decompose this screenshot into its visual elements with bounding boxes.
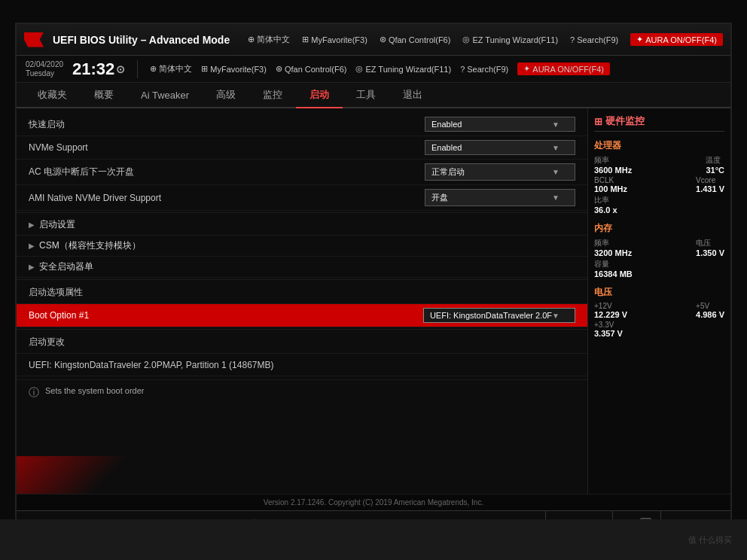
hw-voltage-title: 电压: [594, 286, 724, 299]
chinese-icon: ⊕: [248, 35, 255, 44]
clock-icon: ⊙: [116, 63, 125, 75]
below-screen: 值 什么得买: [0, 519, 747, 560]
boot-option-1-dropdown[interactable]: UEFI: KingstonDataTraveler 2.0F ▼: [423, 308, 575, 323]
vcore-label: Vcore: [696, 176, 724, 184]
info-box: ⓘ Sets the system boot order: [17, 379, 587, 406]
dropdown-arrow-icon3: ▼: [552, 168, 559, 176]
v33-value: 3.357 V: [594, 329, 623, 338]
bios-title: UEFI BIOS Utility – Advanced Mode: [53, 34, 239, 46]
info-icon: ⓘ: [29, 386, 39, 400]
divider2: [17, 279, 587, 280]
tab-favorites[interactable]: 收藏夹: [24, 83, 81, 108]
setting-uefi-device: UEFI: KingstonDataTraveler 2.0PMAP, Part…: [17, 354, 587, 376]
tab-advanced[interactable]: 高级: [203, 83, 249, 108]
main-content: 快速启动 Enabled ▼ NVMe Support Enabled ▼: [17, 108, 730, 494]
setting-quick-boot[interactable]: 快速启动 Enabled ▼: [17, 113, 587, 136]
setting-ami-nvme[interactable]: AMI Native NVMe Driver Support 开盘 ▼: [17, 185, 587, 211]
aura-nav-icon: ✦: [523, 64, 530, 74]
v12-label: +12V: [594, 302, 627, 310]
hw-proc-row1: 频率 3600 MHz 温度 31°C: [594, 155, 724, 175]
dropdown-arrow-icon2: ▼: [552, 144, 559, 152]
qfan-control-btn[interactable]: ⊛ Qfan Control(F6): [380, 35, 451, 44]
qfan-nav-icon: ⊛: [276, 64, 282, 74]
ac-power-label: AC 电源中断后下一次开盘: [29, 166, 425, 178]
section-secure-boot[interactable]: ▶ 安全启动器单: [17, 257, 587, 278]
section-csm-label: CSM（模容性支持模块）: [39, 239, 141, 252]
ac-power-value[interactable]: 正常启动 ▼: [425, 163, 575, 181]
hw-monitor-icon: ⊞: [594, 116, 602, 127]
mem-freq-value: 3200 MHz: [594, 248, 632, 257]
tuning-icon: ◎: [462, 35, 470, 44]
ac-power-dropdown[interactable]: 正常启动 ▼: [425, 163, 575, 181]
nvme-value[interactable]: Enabled ▼: [425, 140, 575, 155]
version-text: Version 2.17.1246. Copyright (C) 2019 Am…: [264, 498, 483, 507]
setting-boot-change: 启动更改: [17, 331, 587, 354]
ami-nvme-dropdown[interactable]: 开盘 ▼: [425, 189, 575, 206]
tab-ai-tweaker[interactable]: Ai Tweaker: [127, 83, 203, 108]
quick-boot-label: 快速启动: [29, 118, 425, 131]
section-boot-settings[interactable]: ▶ 启动设置: [17, 215, 587, 236]
ami-nvme-label: AMI Native NVMe Driver Support: [29, 193, 425, 203]
divider3: [17, 329, 587, 330]
hw-volt-row1: +12V 12.229 V +5V 4.986 V: [594, 302, 724, 319]
v5-label: +5V: [696, 302, 724, 310]
setting-boot-option-attr: 启动选项属性: [17, 282, 587, 304]
expand-icon3: ▶: [29, 263, 35, 271]
quick-boot-dropdown[interactable]: Enabled ▼: [425, 117, 575, 132]
search-nav[interactable]: ? Search(F9): [460, 65, 508, 74]
aura-nav[interactable]: ✦ AURA ON/OFF(F4): [517, 62, 610, 75]
nav-tabs: 收藏夹 概要 Ai Tweaker 高级 监控 启动 工具 退出: [17, 83, 730, 108]
separator: [137, 60, 138, 78]
ez-tuning-nav[interactable]: ◎ EZ Tuning Wizard(F11): [355, 64, 451, 74]
simplified-chinese-btn[interactable]: ⊕ 简体中文: [248, 34, 290, 45]
datetime-bar: 02/04/2020 Tuesday 21:32 ⊙ ⊕ 简体中文 ⊞ MyFa…: [17, 56, 730, 83]
dropdown-arrow-icon: ▼: [552, 120, 559, 129]
setting-nvme-support[interactable]: NVMe Support Enabled ▼: [17, 136, 587, 160]
quick-boot-value[interactable]: Enabled ▼: [425, 117, 575, 132]
tab-overview[interactable]: 概要: [81, 83, 127, 108]
proc-freq-label: 频率: [594, 155, 632, 166]
watermark-text: 值 什么得买: [688, 534, 732, 546]
aura-btn[interactable]: ✦ AURA ON/OFF(F4): [630, 33, 723, 46]
tab-exit[interactable]: 退出: [389, 83, 436, 108]
hw-volt-row2: +3.3V 3.357 V: [594, 321, 724, 338]
hw-processor-section: 处理器 频率 3600 MHz 温度 31°C BCLK 100 MHz: [594, 139, 724, 215]
bclk-label: BCLK: [594, 176, 627, 184]
bios-screen: UEFI BIOS Utility – Advanced Mode ⊕ 简体中文…: [15, 23, 732, 519]
proc-temp-label: 温度: [706, 155, 724, 166]
mem-cap-value: 16384 MB: [594, 269, 633, 278]
setting-boot-option-1[interactable]: Boot Option #1 UEFI: KingstonDataTravele…: [17, 304, 587, 327]
tab-monitor[interactable]: 监控: [249, 83, 296, 108]
ami-nvme-value[interactable]: 开盘 ▼: [425, 189, 575, 206]
nvme-dropdown[interactable]: Enabled ▼: [425, 140, 575, 155]
aura-icon: ✦: [636, 35, 643, 44]
date-display: 02/04/2020 Tuesday: [26, 60, 63, 78]
hw-monitor-title: ⊞ 硬件监控: [594, 114, 724, 132]
boot-option-1-value[interactable]: UEFI: KingstonDataTraveler 2.0F ▼: [423, 308, 575, 323]
myfav-nav-icon: ⊞: [201, 64, 208, 74]
dropdown-arrow-icon5: ▼: [552, 312, 559, 320]
ez-tuning-nav-icon: ◎: [355, 64, 363, 74]
tab-tools[interactable]: 工具: [343, 83, 389, 108]
setting-ac-power[interactable]: AC 电源中断后下一次开盘 正常启动 ▼: [17, 160, 587, 185]
tab-boot[interactable]: 启动: [296, 83, 343, 108]
qfan-nav[interactable]: ⊛ Qfan Control(F6): [276, 64, 347, 74]
mem-cap-label: 容量: [594, 259, 633, 269]
chinese-lang-nav[interactable]: ⊕ 简体中文: [150, 63, 192, 75]
proc-temp-value: 31°C: [706, 166, 724, 175]
left-panel: 快速启动 Enabled ▼ NVMe Support Enabled ▼: [17, 108, 587, 494]
hw-proc-row3: 比率 36.0 x: [594, 195, 724, 215]
v33-label: +3.3V: [594, 321, 623, 329]
mem-freq-label: 频率: [594, 238, 632, 248]
hw-voltage-section: 电压 +12V 12.229 V +5V 4.986 V +3.3V 3.357…: [594, 286, 724, 338]
my-favorite-btn[interactable]: ⊞ MyFavorite(F3): [302, 35, 367, 44]
favorite-icon: ⊞: [302, 35, 309, 44]
myfav-nav[interactable]: ⊞ MyFavorite(F3): [201, 64, 267, 74]
vcore-value: 1.431 V: [696, 184, 724, 193]
dropdown-arrow-icon4: ▼: [552, 193, 559, 202]
search-btn[interactable]: ? Search(F9): [570, 35, 618, 44]
top-bar: UEFI BIOS Utility – Advanced Mode ⊕ 简体中文…: [17, 24, 730, 56]
section-csm[interactable]: ▶ CSM（模容性支持模块）: [17, 236, 587, 257]
ez-tuning-btn[interactable]: ◎ EZ Tuning Wizard(F11): [462, 35, 558, 44]
right-panel: ⊞ 硬件监控 处理器 频率 3600 MHz 温度 31°C: [587, 108, 730, 494]
